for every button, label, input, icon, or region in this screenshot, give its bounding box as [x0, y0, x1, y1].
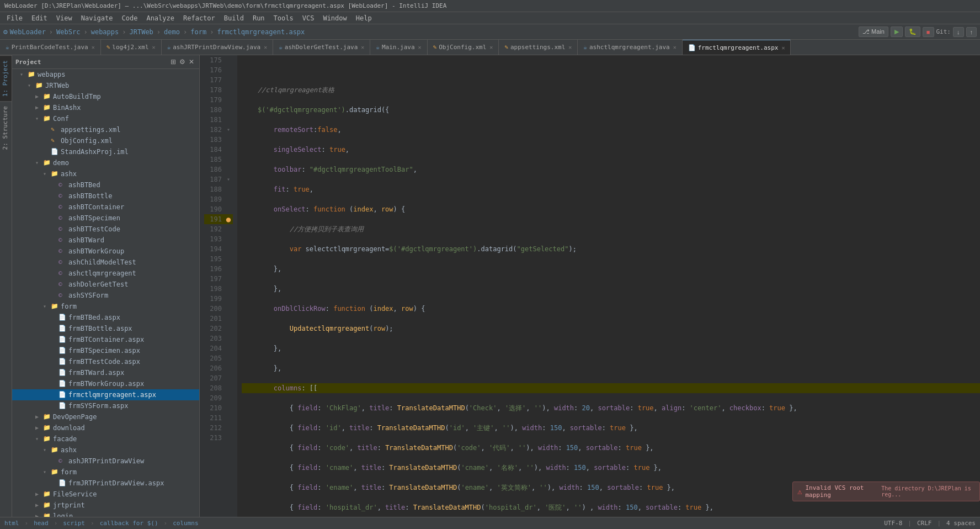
menu-navigate[interactable]: Navigate: [77, 13, 118, 23]
tab-ashdolergettest[interactable]: ☕ ashDolerGetTest.java ✕: [273, 40, 370, 55]
tree-form-facade[interactable]: ▾ 📁 form: [12, 467, 199, 478]
tree-download[interactable]: ▶ 📁 download: [12, 422, 199, 433]
tree-frmbtbottle[interactable]: 📄 frmBTBottle.aspx: [12, 323, 199, 334]
tree-ashx-demo[interactable]: ▾ 📁 ashx: [12, 168, 199, 179]
tree-ashbtbed[interactable]: © ashBTBed: [12, 179, 199, 191]
menu-analyze[interactable]: Analyze: [142, 13, 179, 23]
tree-frmbtward[interactable]: 📄 frmBTWard.aspx: [12, 367, 199, 378]
tab-close-icon[interactable]: ✕: [92, 44, 95, 50]
tree-frmjrtprintdrawview[interactable]: 📄 frmJRTPrintDrawView.aspx: [12, 478, 199, 489]
notification-vcs[interactable]: ⚠ Invalid VCS root mapping The directory…: [792, 482, 980, 501]
tree-ashbttestcode[interactable]: © ashBTTestCode: [12, 224, 199, 235]
menu-help[interactable]: Help: [351, 13, 376, 23]
tree-ashdolergettest[interactable]: © ashDolerGetTest: [12, 279, 199, 290]
git-update-btn[interactable]: ↓: [953, 27, 964, 37]
breadcrumb-webloader[interactable]: WebLoader: [10, 28, 46, 36]
code-editor[interactable]: 175 176 177 178 179 180 181 182▾ 183 184…: [200, 55, 980, 517]
tree-frmctlqmrgreagent[interactable]: 📄 frmctlqmrgreagent.aspx: [12, 389, 199, 400]
vtab-project[interactable]: 1: Project: [0, 55, 12, 101]
menu-file[interactable]: File: [2, 13, 27, 23]
main-branch-btn[interactable]: ⎇ Main: [859, 27, 888, 37]
status-html[interactable]: html: [4, 520, 19, 527]
tree-ashbtward[interactable]: © ashBTWard: [12, 235, 199, 246]
tree-ashsysform[interactable]: © ashSYSForm: [12, 290, 199, 301]
tree-ashctlqmrgreagent[interactable]: © ashctlqmrgreagent: [12, 268, 199, 279]
tab-close-icon[interactable]: ✕: [673, 44, 677, 50]
tree-jrtprint[interactable]: ▶ 📁 jrtprint: [12, 500, 199, 511]
stop-btn[interactable]: ■: [923, 27, 934, 37]
menu-tools[interactable]: Tools: [269, 13, 298, 23]
tab-objconfig[interactable]: ✎ ObjConfig.xml ✕: [428, 40, 499, 55]
menu-build[interactable]: Build: [220, 13, 248, 23]
tree-ashchildmodeltest[interactable]: © ashChildModelTest: [12, 257, 199, 268]
tree-devopenpage[interactable]: ▶ 📁 DevOpenPage: [12, 411, 199, 422]
status-script[interactable]: script: [63, 520, 85, 527]
tree-frmbttestcode[interactable]: 📄 frmBTTestCode.aspx: [12, 356, 199, 367]
tree-frmbtcontainer[interactable]: 📄 frmBTContainer.aspx: [12, 334, 199, 345]
tree-objconfig-xml[interactable]: ✎ ObjConfig.xml: [12, 135, 199, 146]
tab-log4j2[interactable]: ✎ log4j2.xml ✕: [101, 40, 162, 55]
git-push-btn[interactable]: ↑: [966, 27, 977, 37]
tab-frmctlqmrgreagent[interactable]: 📄 frmctlqmrgreagent.aspx ✕: [683, 40, 791, 55]
tree-webapps[interactable]: ▾ 📁 webapps: [12, 69, 199, 80]
tree-frmbtbed[interactable]: 📄 frmBTBed.aspx: [12, 312, 199, 323]
tab-close-icon[interactable]: ✕: [264, 44, 267, 50]
tab-ashjrtprintdrawview[interactable]: ☕ ashJRTPrintDrawView.java ✕: [162, 40, 274, 55]
tree-standashxproj[interactable]: 📄 StandAshxProj.iml: [12, 146, 199, 157]
notification-detail: The directory D:\JREPlan is reg...: [881, 485, 975, 498]
menu-refactor[interactable]: Refactor: [179, 13, 220, 23]
tree-ashbtbottle[interactable]: © ashBTBottle: [12, 191, 199, 202]
menu-edit[interactable]: Edit: [27, 13, 52, 23]
menu-code[interactable]: Code: [118, 13, 142, 23]
tree-ashbtworkgroup[interactable]: © ashBTWorkGroup: [12, 246, 199, 257]
menu-window[interactable]: Window: [318, 13, 351, 23]
status-head[interactable]: head: [34, 520, 49, 527]
tree-login[interactable]: ▶ 📁 login: [12, 511, 199, 517]
tab-close-icon[interactable]: ✕: [568, 44, 572, 50]
tree-demo[interactable]: ▾ 📁 demo: [12, 157, 199, 168]
project-settings-btn[interactable]: ⚙: [178, 57, 187, 66]
tree-ashbtcontainer[interactable]: © ashBTContainer: [12, 202, 199, 213]
tree-ashjrtprintdrawview[interactable]: © ashJRTPrintDrawView: [12, 456, 199, 467]
tab-appsettings[interactable]: ✎ appsettings.xml ✕: [499, 40, 578, 55]
code-text[interactable]: //ctlqmrgreagent表格 $('#dgctlqmrgreagent'…: [237, 55, 980, 517]
status-columns[interactable]: columns: [173, 520, 198, 527]
tree-conf[interactable]: ▾ 📁 Conf: [12, 113, 199, 124]
tab-close-icon[interactable]: ✕: [361, 44, 364, 50]
tree-frmbtspecimen[interactable]: 📄 frmBTSpecimen.aspx: [12, 345, 199, 356]
tree-jrtweb[interactable]: ▾ 📁 JRTWeb: [12, 80, 199, 91]
vtab-structure[interactable]: 2: Structure: [0, 101, 12, 154]
menu-view[interactable]: View: [52, 13, 77, 23]
menu-run[interactable]: Run: [248, 13, 269, 23]
debug-btn[interactable]: 🐛: [905, 27, 920, 37]
run-btn[interactable]: ▶: [891, 27, 903, 37]
tree-fileservice[interactable]: ▶ 📁 FileService: [12, 489, 199, 500]
tree-ashbtspecimen[interactable]: © ashBTSpecimen: [12, 213, 199, 224]
tab-close-icon[interactable]: ✕: [781, 45, 785, 51]
tree-frmbtworkgroup[interactable]: 📄 frmBTWorkGroup.aspx: [12, 378, 199, 389]
breadcrumb-webapps[interactable]: webapps: [91, 28, 119, 36]
tree-label-ashbtworkgroup: ashBTWorkGroup: [68, 246, 124, 256]
tree-form-demo[interactable]: ▾ 📁 form: [12, 301, 199, 312]
tree-facade[interactable]: ▾ 📁 facade: [12, 433, 199, 445]
breadcrumb-jrtweb[interactable]: JRTWeb: [130, 28, 153, 36]
breadcrumb-websrc[interactable]: WebSrc: [56, 28, 80, 36]
menu-vcs[interactable]: VCS: [298, 13, 319, 23]
tree-binashx[interactable]: ▶ 📁 BinAshx: [12, 102, 199, 113]
status-callback[interactable]: callback for $(): [100, 520, 158, 527]
breadcrumb-form[interactable]: form: [190, 28, 206, 36]
project-expand-btn[interactable]: ⊞: [169, 57, 178, 66]
tree-autobuildtmp[interactable]: ▶ 📁 AutoBuildTmp: [12, 91, 199, 102]
tab-close-icon[interactable]: ✕: [418, 44, 422, 50]
breadcrumb-demo[interactable]: demo: [164, 28, 180, 36]
tab-close-icon[interactable]: ✕: [489, 44, 493, 50]
tree-appsettings-xml[interactable]: ✎ appsettings.xml: [12, 124, 199, 135]
tab-printbarcodetest[interactable]: ☕ PrintBarCodeTest.java ✕: [0, 40, 101, 55]
project-close-btn[interactable]: ✕: [187, 57, 196, 66]
tab-ashctlqmrgreagent[interactable]: ☕ ashctlqmrgreagent.java ✕: [578, 40, 682, 55]
tree-ashx-facade[interactable]: ▾ 📁 ashx: [12, 445, 199, 456]
tab-main[interactable]: ☕ Main.java ✕: [370, 40, 427, 55]
tree-frmsysform[interactable]: 📄 frmSYSForm.aspx: [12, 400, 199, 411]
breadcrumb-file[interactable]: frmctlqmrgreagent.aspx: [217, 28, 305, 36]
tab-close-icon[interactable]: ✕: [152, 44, 156, 50]
